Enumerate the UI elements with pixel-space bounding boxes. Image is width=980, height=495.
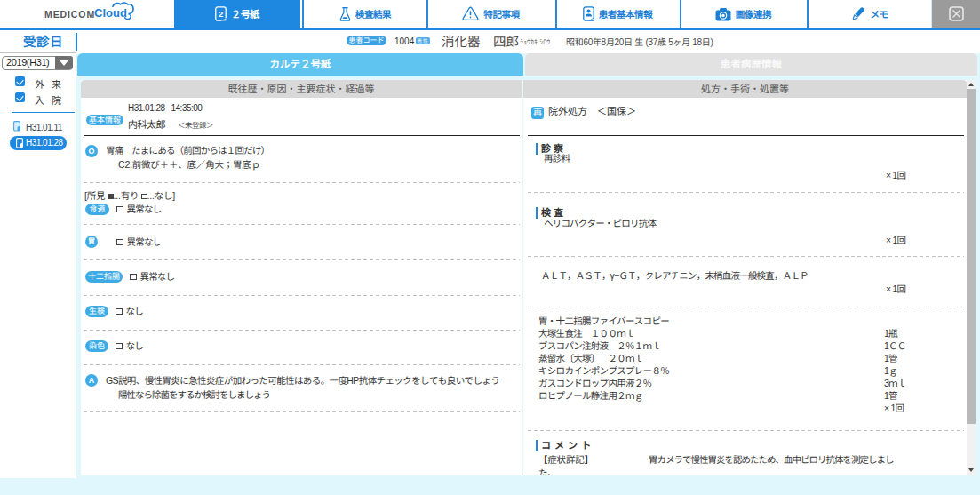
svg-text:2: 2 — [219, 9, 223, 19]
